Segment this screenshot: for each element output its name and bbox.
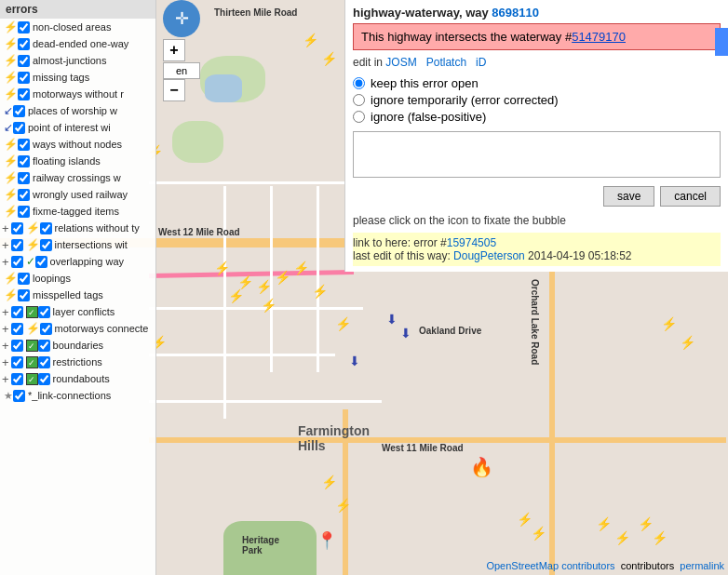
sidebar-item-railway-crossings[interactable]: ⚡railway crossings w — [0, 169, 155, 186]
comment-textarea[interactable] — [353, 131, 721, 178]
error-checkbox-boundaries[interactable] — [11, 340, 23, 352]
error-checkbox-ways-without-nodes[interactable] — [18, 139, 30, 151]
error-checkbox-almost-junctions[interactable] — [18, 55, 30, 67]
sidebar-item-roundabouts[interactable]: +✓roundabouts — [0, 370, 155, 387]
expand-btn[interactable]: + — [2, 221, 9, 235]
zoom-out-button[interactable]: − — [163, 79, 185, 101]
expand-btn[interactable]: + — [2, 305, 9, 319]
josm-link[interactable]: JOSM — [385, 56, 416, 69]
error-checkbox-railway-crossings[interactable] — [18, 172, 30, 184]
error-checkbox-dead-ended-one-way[interactable] — [18, 38, 30, 50]
inner-checkbox-relations-without-types[interactable] — [40, 222, 52, 234]
error-checkbox-misspelled-tags[interactable] — [18, 289, 30, 301]
osm-link[interactable]: OpenStreetMap contributors — [486, 560, 614, 571]
radio-ignore-temp[interactable] — [353, 94, 365, 106]
expand-btn[interactable]: + — [2, 322, 9, 336]
expand-btn[interactable]: + — [2, 355, 9, 369]
error-checkbox-motorways-without[interactable] — [18, 88, 30, 100]
cancel-button[interactable]: cancel — [660, 186, 721, 207]
error-checkbox-restrictions[interactable] — [11, 356, 23, 368]
error-icon-arrow[interactable]: ⬇ — [386, 312, 398, 327]
error-icon-lightning[interactable]: ⚡ — [614, 530, 630, 545]
sidebar-item-places-of-worship[interactable]: ↙places of worship w — [0, 102, 155, 119]
expand-btn[interactable]: + — [2, 372, 9, 386]
error-icon-lightning[interactable]: ⚡ — [214, 261, 230, 275]
error-icon-lightning[interactable]: ⚡ — [321, 51, 337, 66]
error-icon-lightning[interactable]: ⚡ — [321, 475, 337, 489]
error-icon-lightning[interactable]: ⚡ — [680, 335, 695, 350]
error-checkbox-link-connections[interactable] — [13, 390, 25, 402]
error-icon-lightning[interactable]: ⚡ — [256, 279, 272, 294]
language-selector[interactable]: en — [163, 62, 200, 79]
sidebar-item-almost-junctions[interactable]: ⚡almost-junctions — [0, 52, 155, 69]
error-checkbox-places-of-worship[interactable] — [13, 105, 25, 117]
inner-checkbox-boundaries[interactable] — [38, 340, 50, 352]
inner-checkbox-roundabouts[interactable] — [38, 373, 50, 385]
error-checkbox-point-of-interest[interactable] — [13, 122, 25, 134]
sidebar-item-misspelled-tags[interactable]: ⚡misspelled tags — [0, 287, 155, 303]
error-icon-lightning[interactable]: ⚡ — [531, 526, 546, 541]
error-checkbox-overlapping-ways[interactable] — [11, 256, 23, 268]
error-id-link[interactable]: 51479170 — [572, 30, 626, 44]
error-icon-lightning[interactable]: ⚡ — [596, 516, 612, 531]
error-icon-lightning[interactable]: ⚡ — [638, 516, 654, 531]
error-checkbox-fixme-tagged-items[interactable] — [18, 206, 30, 218]
error-icon-lightning[interactable]: ⚡ — [261, 298, 276, 313]
error-checkbox-loopings[interactable] — [18, 273, 30, 285]
error-checkbox-wrongly-used-railway[interactable] — [18, 189, 30, 201]
map-marker[interactable]: 📍 — [317, 530, 337, 551]
error-icon-lightning[interactable]: ⚡ — [275, 270, 290, 285]
error-checkbox-floating-islands[interactable] — [18, 155, 30, 167]
error-icon-arrow[interactable]: ⬇ — [349, 354, 360, 368]
potlatch-link[interactable]: Potlatch — [426, 56, 466, 69]
error-checkbox-non-closed-areas[interactable] — [18, 21, 30, 33]
error-icon-fire[interactable]: 🔥 — [470, 456, 493, 478]
sidebar-item-layer-conflicts[interactable]: +✓layer conflicts — [0, 303, 155, 320]
error-link[interactable]: 15974505 — [447, 236, 496, 249]
expand-btn[interactable]: + — [2, 255, 9, 269]
error-icon-lightning[interactable]: ⚡ — [293, 261, 309, 275]
sidebar-item-link-connections[interactable]: ★*_link-connections — [0, 387, 155, 404]
error-icon-arrow[interactable]: ⬇ — [400, 326, 411, 341]
radio-keep-open[interactable] — [353, 77, 365, 89]
sidebar-item-fixme-tagged-items[interactable]: ⚡fixme-tagged items — [0, 203, 155, 220]
error-icon-lightning[interactable]: ⚡ — [312, 284, 328, 299]
expand-btn[interactable]: + — [2, 339, 9, 353]
sidebar-item-boundaries[interactable]: +✓boundaries — [0, 337, 155, 354]
sidebar-item-motorways-connected[interactable]: +⚡motorways connecte — [0, 320, 155, 337]
zoom-in-button[interactable]: + — [163, 39, 185, 61]
error-icon-lightning[interactable]: ⚡ — [661, 316, 677, 331]
sidebar-item-wrongly-used-railway[interactable]: ⚡wrongly used railway — [0, 186, 155, 203]
sidebar-item-intersections-with[interactable]: +⚡intersections wit — [0, 236, 155, 253]
last-edit-user-link[interactable]: DougPeterson — [453, 249, 525, 262]
sidebar-item-floating-islands[interactable]: ⚡floating islands — [0, 153, 155, 169]
sidebar-item-restrictions[interactable]: +✓restrictions — [0, 354, 155, 370]
error-icon-lightning[interactable]: ⚡ — [303, 33, 318, 47]
error-checkbox-motorways-connected[interactable] — [11, 323, 23, 335]
error-checkbox-layer-conflicts[interactable] — [11, 306, 23, 318]
inner-checkbox-overlapping-ways[interactable] — [35, 256, 47, 268]
sidebar-item-ways-without-nodes[interactable]: ⚡ways without nodes — [0, 136, 155, 153]
sidebar-item-loopings[interactable]: ⚡loopings — [0, 270, 155, 287]
error-icon-lightning[interactable]: ⚡ — [335, 498, 351, 513]
inner-checkbox-restrictions[interactable] — [38, 356, 50, 368]
sidebar-item-overlapping-ways[interactable]: +✓overlapping way — [0, 253, 155, 270]
compass-button[interactable]: ✛ — [163, 0, 200, 37]
inner-checkbox-motorways-connected[interactable] — [40, 323, 52, 335]
id-link[interactable]: iD — [476, 56, 486, 69]
save-button[interactable]: save — [603, 186, 654, 207]
sidebar-item-non-closed-areas[interactable]: ⚡non-closed areas — [0, 19, 155, 35]
way-link[interactable]: 8698110 — [492, 6, 539, 20]
inner-checkbox-layer-conflicts[interactable] — [38, 306, 50, 318]
sidebar-item-missing-tags[interactable]: ⚡missing tags — [0, 69, 155, 86]
error-icon-lightning[interactable]: ⚡ — [517, 512, 533, 527]
error-checkbox-missing-tags[interactable] — [18, 72, 30, 84]
radio-ignore-false[interactable] — [353, 111, 365, 123]
sidebar-item-point-of-interest[interactable]: ↙point of interest wi — [0, 119, 155, 136]
error-icon-lightning[interactable]: ⚡ — [228, 288, 244, 303]
inner-checkbox-intersections-with[interactable] — [40, 239, 52, 251]
error-icon-lightning[interactable]: ⚡ — [335, 316, 351, 331]
sidebar-item-motorways-without[interactable]: ⚡motorways without r — [0, 86, 155, 102]
permalink-link[interactable]: permalink — [680, 560, 724, 571]
sidebar-item-relations-without-types[interactable]: +⚡relations without ty — [0, 220, 155, 236]
